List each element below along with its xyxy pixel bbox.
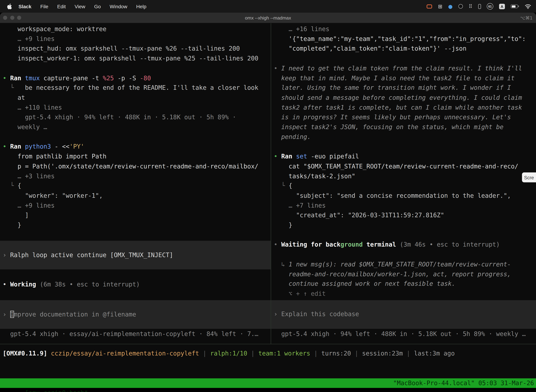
terminal-line: tasks/task-2.json" bbox=[271, 171, 536, 181]
text-segment: ⌥ + ↑ edit bbox=[274, 290, 326, 297]
menu-app-name[interactable]: Slack bbox=[14, 4, 36, 9]
screen-share-overlay-button[interactable]: Scre bbox=[522, 173, 536, 182]
terminal-line: '{"team_name":"my-team","task_id":"1","f… bbox=[271, 34, 536, 44]
text-segment: continue assigned work or next feasible … bbox=[274, 280, 455, 287]
text-segment: Ralph loop active continue [OMX_TMUX_INJ… bbox=[10, 251, 173, 258]
terminal-line: continue assigned work or next feasible … bbox=[271, 279, 536, 289]
text-segment bbox=[47, 350, 51, 357]
text-segment: "worker": "worker-1", bbox=[3, 192, 103, 199]
text-segment: tasks/task-2.json" bbox=[274, 172, 355, 179]
text-segment: … +9 lines bbox=[3, 35, 55, 42]
menu-go[interactable]: Go bbox=[90, 4, 105, 9]
prompt-input-right-text: › Explain this codebase bbox=[271, 309, 359, 319]
menu-bar-left: Slack FileEditViewGoWindowHelp bbox=[7, 3, 151, 9]
text-segment: at bbox=[3, 94, 25, 101]
text-segment: • bbox=[3, 74, 10, 81]
prompt-input-left-text: › Improve documentation in @filename bbox=[0, 310, 136, 319]
sidecar-display-icon[interactable] bbox=[478, 4, 481, 9]
tmux-pane-right[interactable]: … +16 lines '{"team_name":"my-team","tas… bbox=[271, 23, 536, 344]
menu-help[interactable]: Help bbox=[132, 4, 151, 9]
text-segment: | bbox=[310, 350, 321, 357]
text-segment: • bbox=[3, 281, 10, 288]
text-segment: › bbox=[3, 251, 10, 258]
terminal-line: } bbox=[0, 220, 271, 230]
window-title: omx --xhigh --madmax bbox=[0, 15, 536, 20]
zoom-button[interactable] bbox=[17, 16, 21, 20]
text-segment: "subject": "send a concise recommendatio… bbox=[274, 192, 511, 199]
terminal-line: … +110 lines bbox=[0, 103, 271, 112]
wifi-icon[interactable] bbox=[525, 4, 531, 9]
text-segment: p = Path('.omx/state/team/review-current… bbox=[3, 163, 258, 170]
text-segment: • bbox=[274, 241, 281, 248]
menu-window[interactable]: Window bbox=[105, 4, 132, 9]
terminal-line: inspect_worker-1: omx sparkshell --tmux-… bbox=[0, 54, 271, 63]
terminal-line: from pathlib import Path bbox=[0, 152, 271, 162]
terminal-line: should send a message before completing … bbox=[271, 93, 536, 103]
text-segment: Explain this codebase bbox=[281, 311, 359, 318]
tmux-pane-left[interactable]: workspace_mode: worktree … +9 lines insp… bbox=[0, 23, 271, 344]
apple-menu-icon[interactable] bbox=[7, 3, 12, 9]
terminal-window: omx --xhigh --madmax ⌥⌘1 workspace_mode:… bbox=[0, 13, 536, 392]
menu-file[interactable]: File bbox=[36, 4, 53, 9]
text-segment: mprove documentation in @filename bbox=[14, 311, 136, 318]
dots-grid-icon[interactable]: ⠿ bbox=[469, 3, 472, 9]
terminal-line: • Waiting for background terminal (3m 46… bbox=[271, 240, 536, 250]
text-segment: inspect task2's JSON, focusing on the st… bbox=[274, 123, 503, 131]
text-segment: - << bbox=[55, 143, 69, 150]
inject-banner-text: › Ralph loop active continue [OMX_TMUX_I… bbox=[0, 250, 173, 260]
text-segment: readme-and-reco/mailbox/worker-1.json, a… bbox=[274, 270, 511, 277]
text-segment: gpt-5.4 xhigh · 94% left · 488K in · 5.1… bbox=[3, 113, 236, 121]
text-segment: … +3 lines bbox=[3, 172, 55, 179]
text-segment: last:3m ago bbox=[414, 350, 455, 357]
text-segment: [OMX#0.11.9] bbox=[3, 350, 47, 357]
screen: Slack FileEditViewGoWindowHelp ⊞●⠿61A om… bbox=[0, 0, 536, 392]
text-segment: pending. bbox=[274, 133, 311, 140]
terminal-line: workspace_mode: worktree bbox=[0, 24, 271, 34]
text-segment: cat "$OMX_TEAM_STATE_ROOT/team/review-cu… bbox=[274, 163, 518, 170]
terminal-line: inspect_hud: omx sparkshell --tmux-pane … bbox=[0, 44, 271, 54]
terminal-line bbox=[0, 63, 271, 73]
menu-bar-status-icons: ⊞●⠿61A bbox=[427, 3, 531, 9]
input-source-icon[interactable]: A bbox=[499, 4, 505, 9]
blue-app-icon[interactable]: ● bbox=[448, 3, 452, 9]
screen-recording-icon[interactable] bbox=[427, 4, 432, 8]
minimize-button[interactable] bbox=[10, 16, 14, 20]
menu-view[interactable]: View bbox=[70, 4, 90, 9]
terminal-line: ↳ 1 new msg(s): read $OMX_TEAM_STATE_ROO… bbox=[271, 259, 536, 269]
terminal-line: cat "$OMX_TEAM_STATE_ROOT/team/review-cu… bbox=[271, 161, 536, 171]
text-segment: weekly … bbox=[3, 123, 47, 131]
prompt-input-right[interactable]: › Explain this codebase bbox=[271, 300, 536, 329]
text-segment: ralph:1/10 bbox=[210, 350, 247, 357]
text-segment: tmux bbox=[25, 74, 43, 81]
battery-icon[interactable] bbox=[511, 5, 519, 8]
tmux-session-label: [omx-cczip0:bash* bbox=[22, 389, 88, 392]
text-segment: | bbox=[351, 350, 362, 357]
text-segment: "completed","claim_token":"claim-token"}… bbox=[274, 45, 466, 52]
terminal-line: keep that in mind. Maybe I also need the… bbox=[271, 73, 536, 83]
terminal-line: inspect task2's JSON, focusing on the st… bbox=[271, 122, 536, 132]
menu-bar: Slack FileEditViewGoWindowHelp ⊞●⠿61A bbox=[0, 0, 536, 13]
dark-app-icon[interactable] bbox=[459, 4, 463, 9]
window-grid-icon[interactable]: ⊞ bbox=[438, 3, 442, 9]
close-button[interactable] bbox=[3, 16, 7, 20]
window-shortcut-hint: ⌥⌘1 bbox=[520, 15, 532, 20]
menu-edit[interactable]: Edit bbox=[53, 4, 70, 9]
prompt-input-left[interactable]: › Improve documentation in @filename bbox=[0, 300, 271, 329]
text-segment: Working bbox=[10, 281, 36, 288]
window-titlebar[interactable]: omx --xhigh --madmax ⌥⌘1 bbox=[0, 13, 536, 23]
battery-percent-badge[interactable]: 61 bbox=[487, 3, 493, 9]
terminal-line: "worker": "worker-1", bbox=[0, 191, 271, 201]
terminal-line: } bbox=[271, 220, 536, 230]
text-segment: … +16 lines bbox=[274, 25, 329, 33]
terminal-line: ] bbox=[0, 210, 271, 220]
omx-hud-statusline: [OMX#0.11.9] cczip/essay/ai-reimplementa… bbox=[0, 349, 536, 359]
text-segment: Waiting for back bbox=[281, 241, 340, 248]
text-segment: -p -S bbox=[114, 74, 140, 81]
text-segment: Ran bbox=[281, 153, 296, 160]
text-segment: └ bbox=[274, 182, 289, 189]
text-segment: workspace_mode: worktree bbox=[3, 25, 107, 33]
text-segment: └ bbox=[3, 84, 25, 91]
terminal-line: └ { bbox=[271, 181, 536, 191]
text-segment: inspect_worker-1: omx sparkshell --tmux-… bbox=[3, 55, 258, 62]
right-pane-status: gpt-5.4 xhigh · 94% left · 488K in · 5.1… bbox=[271, 329, 536, 339]
